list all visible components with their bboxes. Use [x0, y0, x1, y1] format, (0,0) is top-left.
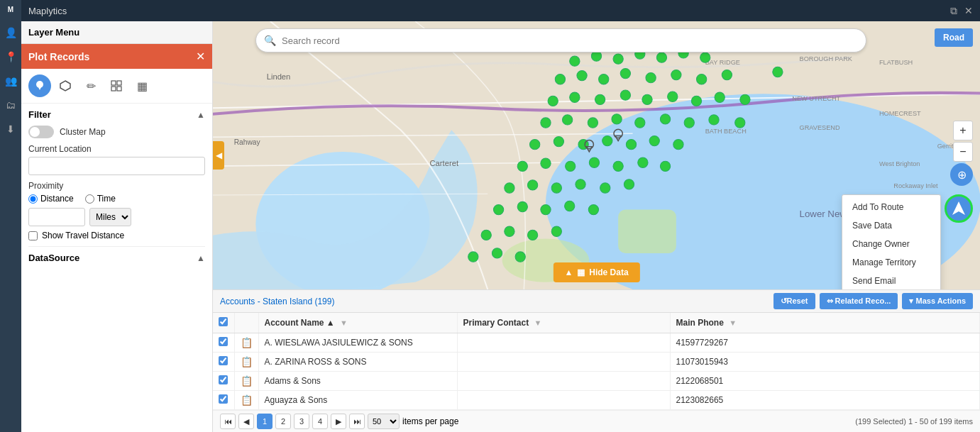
- menu-manage-territory[interactable]: Manage Territory: [842, 253, 940, 272]
- next-page-button[interactable]: ▶: [331, 414, 346, 429]
- toolbar-draw-icon[interactable]: ✏: [79, 74, 102, 97]
- per-page-select[interactable]: 10 25 50 100: [368, 414, 400, 429]
- svg-marker-1: [38, 86, 42, 90]
- svg-point-88: [588, 204, 598, 214]
- svg-point-57: [588, 118, 598, 128]
- zoom-in-button[interactable]: +: [953, 121, 973, 140]
- row-contact: [457, 391, 670, 410]
- cluster-map-toggle[interactable]: [28, 126, 54, 138]
- distance-input[interactable]: [28, 208, 85, 226]
- collapse-sidebar-button[interactable]: ◀: [213, 141, 224, 170]
- distance-option[interactable]: Distance: [28, 194, 74, 204]
- accounts-label[interactable]: Accounts - Staten Island (199): [220, 297, 334, 306]
- svg-point-83: [624, 179, 634, 189]
- hide-data-button[interactable]: ▲ ▦ Hide Data: [553, 262, 639, 282]
- toolbar-pin-icon[interactable]: [28, 74, 51, 97]
- phone-filter-icon[interactable]: ▼: [729, 319, 737, 327]
- nav-users-icon[interactable]: 👥: [2, 72, 19, 89]
- svg-point-91: [527, 230, 537, 240]
- nav-person-icon[interactable]: 👤: [2, 24, 19, 41]
- toolbar-shape-icon[interactable]: [105, 74, 128, 97]
- nav-layers-icon[interactable]: 🗂: [2, 96, 19, 113]
- plot-toolbar: ✏ ▦: [21, 69, 212, 104]
- svg-point-36: [700, 52, 710, 62]
- zoom-out-button[interactable]: −: [953, 142, 973, 162]
- page-2-button[interactable]: 2: [275, 414, 291, 429]
- svg-point-85: [517, 201, 527, 211]
- svg-point-67: [602, 135, 612, 145]
- toolbar-region-icon[interactable]: [54, 74, 77, 97]
- svg-point-71: [517, 161, 527, 171]
- left-nav: M 👤 📍 👥 🗂 ⬇: [0, 0, 21, 432]
- map-search-input[interactable]: [255, 28, 866, 52]
- menu-change-owner[interactable]: Change Owner: [842, 235, 940, 253]
- svg-text:GRAVESEND: GRAVESEND: [800, 124, 840, 131]
- navigation-icon[interactable]: [945, 194, 973, 223]
- distance-unit-select[interactable]: Miles Km: [89, 208, 131, 226]
- row-checkbox[interactable]: [219, 375, 228, 384]
- col-header-phone[interactable]: Main Phone ▼: [670, 313, 980, 333]
- col-header-account[interactable]: Account Name ▲ ▼: [258, 313, 457, 333]
- contact-filter-icon[interactable]: ▼: [534, 319, 542, 327]
- row-checkbox-cell[interactable]: [213, 372, 234, 391]
- nav-location-icon[interactable]: 📍: [2, 48, 19, 65]
- svg-point-49: [620, 90, 630, 100]
- datasource-title: DataSource ▲: [28, 253, 205, 263]
- content-body: Layer Menu Plot Records ✕: [21, 21, 980, 432]
- row-checkbox[interactable]: [219, 356, 228, 365]
- page-3-button[interactable]: 3: [294, 414, 309, 429]
- time-option[interactable]: Time: [85, 194, 116, 204]
- row-checkbox[interactable]: [219, 337, 228, 346]
- svg-point-92: [551, 226, 561, 236]
- last-page-button[interactable]: ⏭: [349, 414, 365, 429]
- svg-text:Linden: Linden: [267, 72, 291, 81]
- svg-point-44: [722, 70, 732, 79]
- menu-add-to-route[interactable]: Add To Route: [842, 198, 940, 216]
- table-body: 📋 A. WIESLAWA JASIULEWICZ & SONS 4159772…: [213, 333, 980, 410]
- bottom-toolbar: Accounts - Staten Island (199) ↺Reset ⇔ …: [213, 289, 980, 313]
- app-title: Maplytics: [28, 6, 67, 16]
- menu-send-email[interactable]: Send Email: [842, 272, 940, 289]
- svg-point-68: [626, 140, 636, 150]
- app-logo: M: [8, 6, 13, 14]
- row-checkbox[interactable]: [219, 394, 228, 404]
- mass-actions-button[interactable]: ▾ Mass Actions: [902, 293, 973, 309]
- related-records-button[interactable]: ⇔ Related Reco...: [820, 293, 898, 309]
- row-checkbox-cell[interactable]: [213, 353, 234, 372]
- row-phone: 2123082665: [670, 391, 980, 410]
- reset-button[interactable]: ↺Reset: [773, 293, 815, 309]
- close-icon[interactable]: ✕: [964, 5, 973, 17]
- plot-records-title: Plot Records: [28, 51, 89, 62]
- svg-point-90: [505, 226, 514, 236]
- menu-save-data[interactable]: Save Data: [842, 216, 940, 235]
- account-filter-icon[interactable]: ▼: [340, 319, 348, 327]
- svg-text:West Brighton: West Brighton: [879, 160, 920, 167]
- page-4-button[interactable]: 4: [312, 414, 328, 429]
- show-travel-distance-checkbox[interactable]: [28, 231, 38, 240]
- current-location-input[interactable]: [28, 157, 205, 175]
- select-all-checkbox[interactable]: [219, 317, 228, 326]
- page-1-button[interactable]: 1: [257, 414, 272, 429]
- row-checkbox-cell[interactable]: [213, 391, 234, 410]
- col-header-contact[interactable]: Primary Contact ▼: [457, 313, 670, 333]
- toolbar-table-icon[interactable]: ▦: [131, 74, 153, 97]
- nav-download-icon[interactable]: ⬇: [2, 121, 19, 138]
- road-view-button[interactable]: Road: [935, 28, 973, 47]
- svg-point-94: [492, 248, 502, 258]
- first-page-button[interactable]: ⏮: [220, 414, 236, 429]
- cluster-map-row: Cluster Map: [28, 126, 205, 138]
- window-controls: ⧉ ✕: [950, 5, 973, 17]
- filter-chevron-icon[interactable]: ▲: [197, 110, 205, 120]
- plot-records-close-button[interactable]: ✕: [196, 50, 205, 63]
- restore-icon[interactable]: ⧉: [950, 5, 957, 17]
- row-checkbox-cell[interactable]: [213, 333, 234, 353]
- show-travel-distance-label: Show Travel Distance: [42, 231, 124, 240]
- prev-page-button[interactable]: ◀: [238, 414, 254, 429]
- svg-point-82: [600, 183, 610, 193]
- datasource-chevron-icon[interactable]: ▲: [197, 253, 205, 263]
- time-radio[interactable]: [85, 194, 94, 204]
- show-travel-distance-row: Show Travel Distance: [28, 231, 205, 240]
- distance-radio[interactable]: [28, 194, 38, 204]
- plot-records-header: Plot Records ✕: [21, 44, 212, 69]
- compass-button[interactable]: ⊕: [950, 163, 973, 186]
